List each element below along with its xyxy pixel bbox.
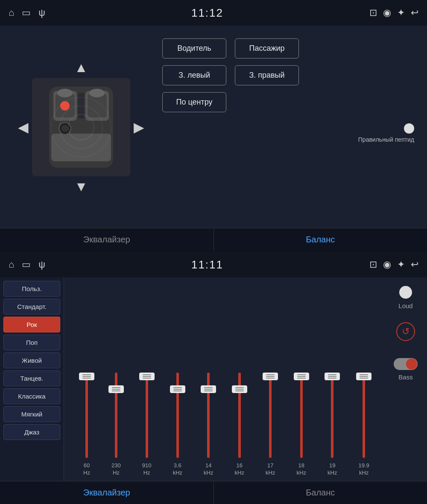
slider-track-5[interactable] bbox=[238, 373, 241, 458]
slider-thumb-1[interactable] bbox=[108, 385, 124, 393]
slider-wrap-3 bbox=[176, 373, 179, 458]
slider-track-6[interactable] bbox=[269, 373, 272, 458]
slider-label-4: 14kHz bbox=[204, 462, 213, 477]
preset-button-1[interactable]: Стандарт. bbox=[3, 299, 60, 315]
slider-thumb-7[interactable] bbox=[294, 373, 309, 380]
slider-track-8[interactable] bbox=[331, 373, 333, 458]
tab-balance-top[interactable]: Баланс bbox=[214, 228, 427, 251]
balance-content: ▲ ◀ bbox=[0, 26, 427, 229]
screen-icon-bottom[interactable] bbox=[22, 259, 31, 270]
slider-thumb-3[interactable] bbox=[170, 385, 185, 393]
back-icon-bottom[interactable] bbox=[411, 259, 418, 270]
preset-button-7[interactable]: Мягкий bbox=[3, 406, 60, 422]
bass-toggle[interactable] bbox=[394, 358, 418, 370]
slider-wrap-0 bbox=[85, 373, 88, 458]
preset-button-0[interactable]: Польз. bbox=[3, 281, 60, 297]
preset-button-5[interactable]: Танцев. bbox=[3, 370, 60, 386]
indicator-label: Правильный пептид bbox=[358, 136, 414, 143]
preset-button-3[interactable]: Поп bbox=[3, 335, 60, 350]
tab-bar-bottom: Эквалайзер Баланс bbox=[0, 481, 427, 504]
slider-label-6: 17kHz bbox=[266, 462, 275, 477]
seat-right-button[interactable]: ▶ bbox=[130, 119, 148, 135]
slider-col-2: 910Hz bbox=[142, 373, 152, 477]
seat-up-button[interactable]: ▲ bbox=[66, 57, 97, 78]
slider-thumb-4[interactable] bbox=[201, 385, 216, 393]
top-panel: 11:12 ▲ ◀ bbox=[0, 0, 427, 252]
slider-thumb-5[interactable] bbox=[232, 385, 247, 393]
reset-button[interactable]: ↺ bbox=[396, 322, 415, 341]
slider-label-7: 18kHz bbox=[297, 462, 306, 477]
preset-button-6[interactable]: Классика bbox=[3, 388, 60, 404]
loud-indicator[interactable] bbox=[399, 286, 412, 299]
usb-icon[interactable] bbox=[38, 7, 45, 18]
location-icon-bottom[interactable] bbox=[383, 259, 391, 270]
preset-button-2[interactable]: Рок bbox=[3, 317, 60, 332]
slider-wrap-8 bbox=[331, 373, 333, 458]
driver-button[interactable]: Водитель bbox=[162, 38, 226, 58]
right-indicator: Правильный пептид bbox=[162, 123, 414, 143]
status-bar-left-icons bbox=[9, 7, 45, 18]
tab-balance-bottom[interactable]: Баланс bbox=[214, 481, 427, 504]
slider-track-1[interactable] bbox=[115, 373, 117, 458]
back-icon-top[interactable] bbox=[411, 7, 418, 18]
slider-col-0: 60Hz bbox=[83, 373, 90, 477]
svg-point-8 bbox=[60, 101, 70, 111]
slider-wrap-5 bbox=[238, 373, 241, 458]
slider-col-6: 17kHz bbox=[266, 373, 275, 477]
sliders-container: 60Hz230Hz910Hz3.6kHz14kHz16kHz17kHz18kHz… bbox=[73, 282, 380, 481]
status-bar-bottom-left bbox=[9, 259, 45, 270]
slider-thumb-0[interactable] bbox=[79, 373, 94, 380]
seat-buttons-row-3: По центру bbox=[162, 92, 226, 112]
bluetooth-icon-top[interactable] bbox=[397, 7, 405, 18]
seat-buttons-area: Водитель Пассажир З. левый З. правый По … bbox=[162, 34, 414, 220]
preset-button-8[interactable]: Джаз bbox=[3, 424, 60, 440]
slider-label-1: 230Hz bbox=[111, 462, 121, 477]
center-button[interactable]: По центру bbox=[162, 92, 226, 112]
slider-col-3: 3.6kHz bbox=[173, 373, 182, 477]
slider-track-0[interactable] bbox=[85, 373, 88, 458]
slider-label-9: 19.9kHz bbox=[359, 462, 369, 477]
rear-left-button[interactable]: З. левый bbox=[162, 65, 226, 85]
eq-right-controls: Loud ↺ Bass bbox=[384, 277, 427, 481]
home-icon-bottom[interactable] bbox=[9, 259, 14, 270]
eq-sliders-area: 60Hz230Hz910Hz3.6kHz14kHz16kHz17kHz18kHz… bbox=[64, 277, 384, 481]
screen-icon[interactable] bbox=[22, 7, 31, 18]
slider-thumb-6[interactable] bbox=[263, 373, 278, 380]
rear-right-button[interactable]: З. правый bbox=[235, 65, 299, 85]
slider-label-3: 3.6kHz bbox=[173, 462, 182, 477]
time-display-top: 11:12 bbox=[191, 6, 223, 20]
status-bar-right-icons bbox=[369, 7, 418, 18]
status-bar-bottom-right bbox=[369, 259, 418, 270]
slider-track-3[interactable] bbox=[176, 373, 179, 458]
passenger-button[interactable]: Пассажир bbox=[235, 38, 299, 58]
seat-left-button[interactable]: ◀ bbox=[15, 119, 32, 135]
slider-col-5: 16kHz bbox=[235, 373, 244, 477]
slider-track-2[interactable] bbox=[146, 373, 148, 458]
cast-icon-top[interactable] bbox=[369, 7, 377, 18]
location-icon-top[interactable] bbox=[383, 7, 391, 18]
slider-thumb-9[interactable] bbox=[356, 373, 371, 380]
tab-equalizer-top[interactable]: Эквалайзер bbox=[0, 228, 214, 251]
seat-map-area: ▲ ◀ bbox=[13, 34, 149, 220]
slider-col-1: 230Hz bbox=[111, 373, 121, 477]
bottom-panel: 11:11 Польз.Стандарт.РокПопЖивойТанцев.К… bbox=[0, 252, 427, 504]
slider-track-9[interactable] bbox=[363, 373, 365, 458]
slider-track-7[interactable] bbox=[300, 373, 303, 458]
slider-track-4[interactable] bbox=[207, 373, 210, 458]
bluetooth-icon-bottom[interactable] bbox=[397, 259, 405, 270]
home-icon[interactable] bbox=[9, 7, 14, 18]
slider-wrap-4 bbox=[207, 373, 210, 458]
time-display-bottom: 11:11 bbox=[191, 258, 223, 271]
svg-rect-6 bbox=[88, 94, 107, 117]
preset-button-4[interactable]: Живой bbox=[3, 353, 60, 368]
slider-thumb-8[interactable] bbox=[325, 373, 340, 380]
slider-thumb-2[interactable] bbox=[139, 373, 155, 380]
tab-equalizer-bottom[interactable]: Эквалайзер bbox=[0, 481, 214, 504]
slider-wrap-6 bbox=[269, 373, 272, 458]
seat-buttons-row-1: Водитель Пассажир bbox=[162, 38, 299, 58]
cast-icon-bottom[interactable] bbox=[369, 259, 377, 270]
eq-main: Польз.Стандарт.РокПопЖивойТанцев.Классик… bbox=[0, 277, 427, 481]
slider-label-0: 60Hz bbox=[83, 462, 90, 477]
usb-icon-bottom[interactable] bbox=[38, 259, 45, 270]
seat-down-button[interactable]: ▼ bbox=[66, 176, 97, 197]
